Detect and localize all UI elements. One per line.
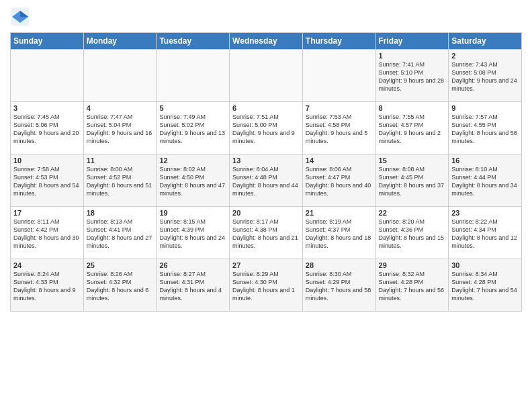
day-number: 30 bbox=[451, 261, 519, 269]
day-of-week-header: Friday bbox=[375, 33, 449, 50]
calendar-week-row: 17Sunrise: 8:11 AM Sunset: 4:42 PM Dayli… bbox=[11, 207, 522, 259]
calendar-cell: 13Sunrise: 8:04 AM Sunset: 4:48 PM Dayli… bbox=[230, 154, 303, 207]
calendar-cell: 7Sunrise: 7:53 AM Sunset: 4:58 PM Daylig… bbox=[302, 102, 375, 154]
calendar-cell: 23Sunrise: 8:22 AM Sunset: 4:34 PM Dayli… bbox=[449, 207, 522, 259]
cell-info: Sunrise: 7:47 AM Sunset: 5:04 PM Dayligh… bbox=[87, 113, 154, 146]
calendar-cell bbox=[11, 50, 84, 102]
calendar: SundayMondayTuesdayWednesdayThursdayFrid… bbox=[10, 32, 522, 312]
calendar-week-row: 1Sunrise: 7:41 AM Sunset: 5:10 PM Daylig… bbox=[11, 50, 522, 102]
cell-info: Sunrise: 8:06 AM Sunset: 4:47 PM Dayligh… bbox=[306, 165, 373, 198]
cell-info: Sunrise: 8:20 AM Sunset: 4:36 PM Dayligh… bbox=[379, 218, 446, 250]
cell-info: Sunrise: 8:08 AM Sunset: 4:45 PM Dayligh… bbox=[379, 165, 446, 198]
cell-info: Sunrise: 8:19 AM Sunset: 4:37 PM Dayligh… bbox=[306, 218, 373, 250]
calendar-cell: 29Sunrise: 8:32 AM Sunset: 4:28 PM Dayli… bbox=[375, 259, 449, 312]
calendar-cell bbox=[302, 50, 375, 102]
calendar-cell: 19Sunrise: 8:15 AM Sunset: 4:39 PM Dayli… bbox=[157, 207, 230, 259]
day-number: 22 bbox=[379, 209, 446, 217]
cell-info: Sunrise: 8:13 AM Sunset: 4:41 PM Dayligh… bbox=[87, 218, 154, 250]
calendar-cell: 11Sunrise: 8:00 AM Sunset: 4:52 PM Dayli… bbox=[83, 154, 157, 207]
day-number: 26 bbox=[159, 261, 226, 269]
cell-info: Sunrise: 7:53 AM Sunset: 4:58 PM Dayligh… bbox=[306, 113, 373, 146]
cell-info: Sunrise: 8:30 AM Sunset: 4:29 PM Dayligh… bbox=[306, 270, 373, 303]
day-number: 5 bbox=[159, 104, 226, 112]
calendar-week-row: 10Sunrise: 7:58 AM Sunset: 4:53 PM Dayli… bbox=[11, 154, 522, 207]
day-of-week-header: Saturday bbox=[449, 33, 522, 50]
day-number: 21 bbox=[306, 209, 373, 217]
cell-info: Sunrise: 8:26 AM Sunset: 4:32 PM Dayligh… bbox=[87, 270, 154, 303]
logo-icon bbox=[10, 7, 30, 27]
day-number: 13 bbox=[232, 156, 300, 165]
cell-info: Sunrise: 8:34 AM Sunset: 4:28 PM Dayligh… bbox=[451, 270, 519, 303]
calendar-cell: 5Sunrise: 7:49 AM Sunset: 5:02 PM Daylig… bbox=[157, 102, 230, 154]
day-number: 7 bbox=[306, 104, 373, 112]
day-number: 29 bbox=[379, 261, 446, 269]
calendar-cell bbox=[230, 50, 303, 102]
calendar-cell: 24Sunrise: 8:24 AM Sunset: 4:33 PM Dayli… bbox=[11, 259, 84, 312]
day-number: 18 bbox=[87, 209, 154, 217]
day-number: 12 bbox=[159, 156, 226, 165]
day-number: 14 bbox=[306, 156, 373, 165]
day-number: 16 bbox=[451, 156, 519, 165]
day-number: 20 bbox=[232, 209, 300, 217]
day-number: 8 bbox=[379, 104, 446, 112]
calendar-cell: 22Sunrise: 8:20 AM Sunset: 4:36 PM Dayli… bbox=[375, 207, 449, 259]
cell-info: Sunrise: 8:02 AM Sunset: 4:50 PM Dayligh… bbox=[159, 165, 226, 198]
day-of-week-header: Monday bbox=[83, 33, 157, 50]
calendar-cell: 21Sunrise: 8:19 AM Sunset: 4:37 PM Dayli… bbox=[302, 207, 375, 259]
day-number: 9 bbox=[451, 104, 519, 112]
logo bbox=[10, 7, 33, 27]
day-number: 10 bbox=[13, 156, 81, 165]
calendar-cell: 3Sunrise: 7:45 AM Sunset: 5:06 PM Daylig… bbox=[11, 102, 84, 154]
cell-info: Sunrise: 8:11 AM Sunset: 4:42 PM Dayligh… bbox=[13, 218, 81, 250]
cell-info: Sunrise: 8:17 AM Sunset: 4:38 PM Dayligh… bbox=[232, 218, 300, 250]
header bbox=[10, 7, 522, 27]
page: SundayMondayTuesdayWednesdayThursdayFrid… bbox=[0, 0, 532, 411]
calendar-cell: 6Sunrise: 7:51 AM Sunset: 5:00 PM Daylig… bbox=[230, 102, 303, 154]
calendar-cell: 15Sunrise: 8:08 AM Sunset: 4:45 PM Dayli… bbox=[375, 154, 449, 207]
cell-info: Sunrise: 7:51 AM Sunset: 5:00 PM Dayligh… bbox=[232, 113, 300, 146]
calendar-cell: 28Sunrise: 8:30 AM Sunset: 4:29 PM Dayli… bbox=[302, 259, 375, 312]
day-number: 24 bbox=[13, 261, 81, 269]
cell-info: Sunrise: 8:04 AM Sunset: 4:48 PM Dayligh… bbox=[232, 165, 300, 198]
calendar-cell: 1Sunrise: 7:41 AM Sunset: 5:10 PM Daylig… bbox=[375, 50, 449, 102]
cell-info: Sunrise: 7:45 AM Sunset: 5:06 PM Dayligh… bbox=[13, 113, 81, 146]
day-number: 25 bbox=[87, 261, 154, 269]
day-of-week-header: Thursday bbox=[302, 33, 375, 50]
calendar-cell: 4Sunrise: 7:47 AM Sunset: 5:04 PM Daylig… bbox=[83, 102, 157, 154]
day-number: 3 bbox=[13, 104, 81, 112]
day-of-week-header: Sunday bbox=[11, 33, 84, 50]
day-number: 27 bbox=[232, 261, 300, 269]
calendar-cell: 9Sunrise: 7:57 AM Sunset: 4:55 PM Daylig… bbox=[449, 102, 522, 154]
calendar-header-row: SundayMondayTuesdayWednesdayThursdayFrid… bbox=[11, 33, 522, 50]
calendar-cell: 8Sunrise: 7:55 AM Sunset: 4:57 PM Daylig… bbox=[375, 102, 449, 154]
calendar-cell: 27Sunrise: 8:29 AM Sunset: 4:30 PM Dayli… bbox=[230, 259, 303, 312]
calendar-cell: 14Sunrise: 8:06 AM Sunset: 4:47 PM Dayli… bbox=[302, 154, 375, 207]
cell-info: Sunrise: 8:32 AM Sunset: 4:28 PM Dayligh… bbox=[379, 270, 446, 303]
day-number: 28 bbox=[306, 261, 373, 269]
calendar-cell: 2Sunrise: 7:43 AM Sunset: 5:08 PM Daylig… bbox=[449, 50, 522, 102]
calendar-cell: 20Sunrise: 8:17 AM Sunset: 4:38 PM Dayli… bbox=[230, 207, 303, 259]
day-number: 11 bbox=[87, 156, 154, 165]
day-number: 2 bbox=[451, 52, 519, 60]
day-number: 17 bbox=[13, 209, 81, 217]
cell-info: Sunrise: 8:27 AM Sunset: 4:31 PM Dayligh… bbox=[159, 270, 226, 303]
day-of-week-header: Tuesday bbox=[157, 33, 230, 50]
calendar-cell: 30Sunrise: 8:34 AM Sunset: 4:28 PM Dayli… bbox=[449, 259, 522, 312]
calendar-week-row: 24Sunrise: 8:24 AM Sunset: 4:33 PM Dayli… bbox=[11, 259, 522, 312]
calendar-cell: 12Sunrise: 8:02 AM Sunset: 4:50 PM Dayli… bbox=[157, 154, 230, 207]
calendar-cell: 17Sunrise: 8:11 AM Sunset: 4:42 PM Dayli… bbox=[11, 207, 84, 259]
cell-info: Sunrise: 7:43 AM Sunset: 5:08 PM Dayligh… bbox=[451, 60, 519, 93]
day-number: 23 bbox=[451, 209, 519, 217]
cell-info: Sunrise: 8:22 AM Sunset: 4:34 PM Dayligh… bbox=[451, 218, 519, 250]
calendar-cell bbox=[157, 50, 230, 102]
cell-info: Sunrise: 8:29 AM Sunset: 4:30 PM Dayligh… bbox=[232, 270, 300, 303]
calendar-cell: 16Sunrise: 8:10 AM Sunset: 4:44 PM Dayli… bbox=[449, 154, 522, 207]
day-of-week-header: Wednesday bbox=[230, 33, 303, 50]
cell-info: Sunrise: 7:49 AM Sunset: 5:02 PM Dayligh… bbox=[159, 113, 226, 146]
day-number: 6 bbox=[232, 104, 300, 112]
cell-info: Sunrise: 8:10 AM Sunset: 4:44 PM Dayligh… bbox=[451, 165, 519, 198]
calendar-cell: 25Sunrise: 8:26 AM Sunset: 4:32 PM Dayli… bbox=[83, 259, 157, 312]
cell-info: Sunrise: 8:24 AM Sunset: 4:33 PM Dayligh… bbox=[13, 270, 81, 303]
day-number: 19 bbox=[159, 209, 226, 217]
day-number: 1 bbox=[379, 52, 446, 60]
